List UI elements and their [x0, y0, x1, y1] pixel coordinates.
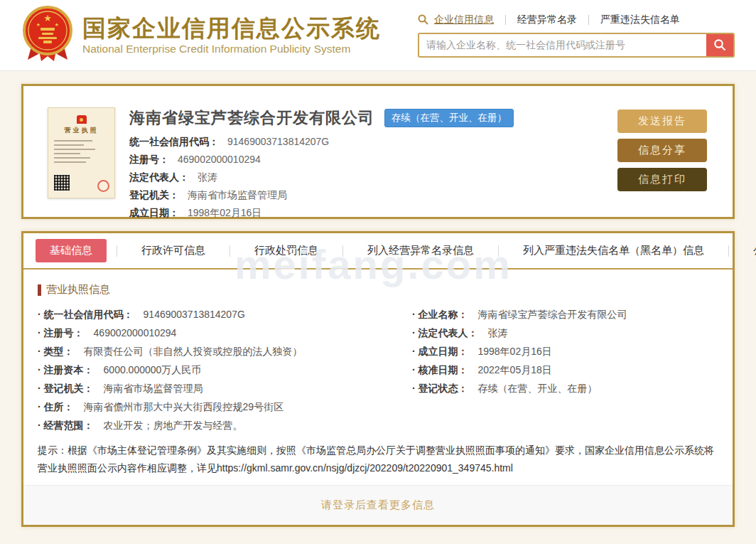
- tab-announcements[interactable]: 公告信息: [739, 239, 756, 262]
- company-name: 海南省绿宝芦荟综合开发有限公司: [129, 107, 374, 129]
- adjustment-notice: 提示：根据《市场主体登记管理条例》及其实施细则，按照《市场监管总局办公厅关于调整…: [38, 442, 718, 476]
- company-summary-card: 营业执照 海南省绿宝芦荟综合开发有限公司 存续（在营、开业、在册） 统一社会信用…: [21, 84, 735, 219]
- license-fields-grid: 统一社会信用代码：91469003713814207G 注册号：46900200…: [38, 307, 718, 437]
- detail-card: 基础信息 行政许可信息 行政处罚信息 列入经营异常名录信息 列入严重违法失信名单…: [21, 231, 735, 527]
- tab-admin-penalty[interactable]: 行政处罚信息: [240, 239, 333, 262]
- qr-code-icon: [54, 175, 70, 191]
- site-subtitle: National Enterprise Credit Information P…: [82, 43, 381, 55]
- summary-field-reg-number: 注册号：469002000010294: [129, 154, 617, 166]
- summary-main: 海南省绿宝芦荟综合开发有限公司 存续（在营、开业、在册） 统一社会信用代码：91…: [129, 107, 617, 217]
- summary-actions: 发送报告 信息分享 信息打印: [617, 107, 707, 217]
- page-main: 营业执照 海南省绿宝芦荟综合开发有限公司 存续（在营、开业、在册） 统一社会信用…: [0, 71, 756, 527]
- tab-abnormal-operations[interactable]: 列入经营异常名录信息: [353, 239, 488, 262]
- tab-admin-licensing[interactable]: 行政许可信息: [127, 239, 220, 262]
- field-address: 住所：海南省儋州市那大中兴大街西段控规29号街区: [38, 400, 412, 418]
- search-button[interactable]: [706, 34, 733, 56]
- license-text-lines: [54, 140, 109, 163]
- search-icon: [418, 14, 428, 25]
- search-bar: [418, 33, 735, 58]
- send-report-button[interactable]: 发送报告: [617, 110, 707, 133]
- tab-separator: [342, 245, 343, 257]
- tab-bar: 基础信息 行政许可信息 行政处罚信息 列入经营异常名录信息 列入严重违法失信名单…: [23, 233, 733, 270]
- tab-basic-info[interactable]: 基础信息: [36, 239, 107, 262]
- license-fields-right-column: 企业名称：海南省绿宝芦荟综合开发有限公司 法定代表人：张涛 成立日期：1998年…: [412, 307, 718, 437]
- brand-text: 国家企业信用信息公示系统 National Enterprise Credit …: [82, 15, 381, 56]
- field-registered-capital: 注册资本：6000.000000万人民币: [38, 363, 412, 381]
- login-for-more-hint[interactable]: 请登录后查看更多信息: [321, 498, 435, 512]
- svg-text:★: ★: [36, 22, 40, 27]
- field-reg-authority: 登记机关：海南省市场监督管理局: [38, 381, 412, 400]
- print-info-button[interactable]: 信息打印: [617, 168, 707, 191]
- summary-field-reg-authority: 登记机关：海南省市场监督管理局: [129, 189, 617, 202]
- field-business-scope: 经营范围：农业开发；房地产开发与经营。: [38, 418, 412, 437]
- top-nav: 企业信用信息 经营异常名录 严重违法失信名单: [418, 14, 735, 26]
- field-company-type: 类型：有限责任公司（非自然人投资或控股的法人独资）: [38, 344, 412, 363]
- field-legal-rep: 法定代表人：张涛: [412, 326, 718, 344]
- summary-field-establish-date: 成立日期：1998年02月16日: [129, 207, 617, 220]
- nav-link-enterprise-credit[interactable]: 企业信用信息: [434, 14, 494, 26]
- section-bar: [38, 284, 41, 296]
- summary-field-credit-code: 统一社会信用代码：91469003713814207G: [129, 136, 617, 149]
- red-seal-icon: [97, 180, 109, 192]
- header-right: 企业信用信息 经营异常名录 严重违法失信名单: [418, 14, 735, 58]
- license-info-section: 营业执照信息 统一社会信用代码：91469003713814207G 注册号：4…: [23, 270, 733, 485]
- field-registration-status: 登记状态：存续（在营、开业、在册）: [412, 381, 718, 400]
- license-fields-left-column: 统一社会信用代码：91469003713814207G 注册号：46900200…: [38, 307, 412, 437]
- national-emblem-logo: ★ ★ ★: [21, 4, 74, 67]
- share-info-button[interactable]: 信息分享: [617, 139, 707, 162]
- nav-link-serious-violations[interactable]: 严重违法失信名单: [600, 14, 680, 26]
- brand: ★ ★ ★ 国家企业信用信息公示系统 National Enterprise C…: [21, 4, 381, 67]
- nav-separator: [588, 15, 589, 25]
- svg-text:★: ★: [55, 22, 59, 27]
- summary-field-legal-rep: 法定代表人：张涛: [129, 171, 617, 184]
- tab-separator: [728, 245, 729, 257]
- license-thumb-title: 营业执照: [54, 126, 109, 135]
- svg-text:★: ★: [43, 13, 52, 23]
- field-reg-number: 注册号：469002000010294: [38, 326, 412, 344]
- tab-separator: [230, 245, 230, 257]
- nav-separator: [505, 15, 506, 25]
- field-credit-code: 统一社会信用代码：91469003713814207G: [38, 307, 412, 326]
- field-company-name: 企业名称：海南省绿宝芦荟综合开发有限公司: [412, 307, 718, 326]
- tab-separator: [117, 245, 117, 257]
- tab-separator: [498, 245, 499, 257]
- tab-serious-violations[interactable]: 列入严重违法失信名单（黑名单）信息: [509, 239, 718, 262]
- field-approval-date: 核准日期：2022年05月18日: [412, 363, 718, 381]
- business-license-thumbnail[interactable]: 营业执照: [48, 107, 115, 198]
- card-footer: 请登录后查看更多信息: [23, 485, 733, 525]
- site-title: 国家企业信用信息公示系统: [82, 15, 381, 42]
- section-title: 营业执照信息: [46, 283, 110, 297]
- site-header: ★ ★ ★ 国家企业信用信息公示系统 National Enterprise C…: [0, 0, 756, 71]
- status-badge: 存续（在营、开业、在册）: [384, 109, 514, 127]
- license-emblem-icon: [77, 115, 87, 124]
- nav-link-abnormal-operations[interactable]: 经营异常名录: [517, 14, 577, 26]
- field-establish-date: 成立日期：1998年02月16日: [412, 344, 718, 363]
- search-input[interactable]: [419, 34, 706, 56]
